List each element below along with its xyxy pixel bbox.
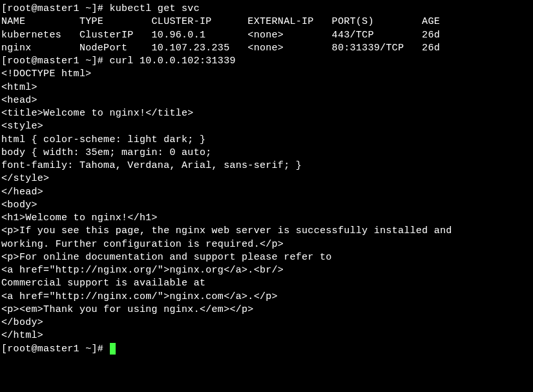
output-line: <a href="http://nginx.com/">nginx.com</a… [1, 291, 533, 304]
output-line: <!DOCTYPE html> [1, 68, 533, 81]
output-line: <body> [1, 199, 533, 212]
output-line: <title>Welcome to nginx!</title> [1, 107, 533, 120]
output-line: </head> [1, 186, 533, 199]
output-line: Commercial support is available at [1, 277, 533, 290]
output-line: <p>If you see this page, the nginx web s… [1, 225, 533, 238]
output-line: <p>For online documentation and support … [1, 251, 533, 264]
command: kubectl get svc [109, 3, 200, 14]
output-line: <p><em>Thank you for using nginx.</em></… [1, 304, 533, 316]
output-line: <style> [1, 120, 533, 133]
terminal-line[interactable]: [root@master1 ~]# curl 10.0.0.102:31339 [1, 55, 533, 68]
table-row: kubernetes ClusterIP 10.96.0.1 <none> 44… [1, 29, 533, 42]
output-line: </style> [1, 172, 533, 185]
output-line: <a href="http://nginx.org/">nginx.org</a… [1, 264, 533, 277]
output-line: body { width: 35em; margin: 0 auto; [1, 147, 533, 160]
command: curl 10.0.0.102:31339 [109, 56, 235, 67]
output-line: <html> [1, 81, 533, 94]
table-header: NAME TYPE CLUSTER-IP EXTERNAL-IP PORT(S)… [1, 15, 533, 28]
terminal-line[interactable]: [root@master1 ~]# kubectl get svc [1, 3, 533, 15]
table-row: nginx NodePort 10.107.23.235 <none> 80:3… [1, 42, 533, 55]
output-line: <head> [1, 94, 533, 107]
terminal-line[interactable]: [root@master1 ~]# [1, 343, 533, 356]
output-line: </body> [1, 316, 533, 329]
cursor [110, 343, 116, 355]
output-line: </html> [1, 329, 533, 342]
prompt: [root@master1 ~]# [1, 56, 109, 67]
output-line: working. Further configuration is requir… [1, 238, 533, 251]
output-line: font-family: Tahoma, Verdana, Arial, san… [1, 160, 533, 172]
prompt: [root@master1 ~]# [1, 344, 109, 355]
output-line: html { color-scheme: light dark; } [1, 134, 533, 147]
prompt: [root@master1 ~]# [1, 3, 109, 14]
output-line: <h1>Welcome to nginx!</h1> [1, 212, 533, 225]
